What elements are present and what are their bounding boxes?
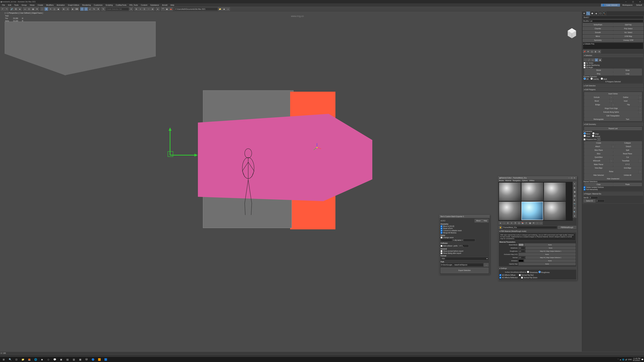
search-icon[interactable]: 🔍 <box>7 357 13 362</box>
maximize-button[interactable]: ▢ <box>630 1 636 3</box>
tab-hierarchy[interactable]: ⬢ <box>590 12 594 16</box>
material-editor-close[interactable]: ✕ <box>573 177 576 179</box>
normal-map-button[interactable]: Map #4 ( Map Output Selector ) <box>526 256 576 259</box>
bevel-settings-icon[interactable]: ▫ <box>610 99 613 103</box>
material-editor-button[interactable]: ● <box>156 7 160 11</box>
put-to-scene-icon[interactable]: → <box>502 221 506 225</box>
menu-file[interactable]: File <box>1 4 6 6</box>
mirror-mod-button[interactable]: Mirror <box>583 35 613 38</box>
redo-button[interactable]: ↷ <box>5 7 8 11</box>
batch-merge-checkbox[interactable] <box>440 232 442 234</box>
viewport-label[interactable]: [ + ] [ Perspective ] [ User Defined ] [… <box>5 12 43 14</box>
hinge-button[interactable]: Hinge From Edge <box>584 107 638 110</box>
edit-tri-button[interactable]: Edit Triangulation <box>584 114 642 117</box>
subobj-vertex-icon[interactable]: · <box>584 58 587 62</box>
constraint-normal-radio[interactable] <box>592 135 594 137</box>
matedit-menu-options[interactable]: Options <box>522 180 528 182</box>
grow-button[interactable]: Grow <box>613 69 642 72</box>
material-map-nav-icon[interactable]: ⬍ <box>573 214 576 218</box>
manipulate-button[interactable]: ◐ <box>71 7 75 11</box>
constraint-none-radio[interactable] <box>584 132 586 134</box>
tab-motion[interactable]: ◉ <box>594 12 598 16</box>
polyselect-button[interactable]: Poly Select <box>613 27 644 30</box>
hide-selected-button[interactable]: Hide Selected <box>584 173 613 177</box>
placement-button[interactable]: ◉ <box>56 7 60 11</box>
menu-rsi-tools[interactable]: RSI_Tools <box>128 4 139 6</box>
preview-subobj-radio[interactable] <box>590 78 593 80</box>
tray-date[interactable]: 9/13/2021 <box>633 359 640 361</box>
make-copy-icon[interactable]: ⧉ <box>514 221 517 225</box>
app9-icon[interactable]: 🟦 <box>103 357 109 362</box>
subobj-border-icon[interactable]: ▭ <box>591 58 594 62</box>
go-forward-icon[interactable]: → <box>539 221 543 225</box>
select-button[interactable]: ▭ <box>23 7 27 11</box>
layer-button[interactable]: ☰ <box>142 7 146 11</box>
menu-animation[interactable]: Animation <box>55 4 66 6</box>
make-unique-icon[interactable]: ◫ <box>590 50 594 53</box>
menu-substance[interactable]: Substance <box>149 4 160 6</box>
menu-arnold[interactable]: Arnold <box>161 4 169 6</box>
smooth-button[interactable]: Smooth <box>583 31 613 34</box>
pin-stack-icon[interactable]: 📌 <box>583 50 586 53</box>
assign-material-icon[interactable]: ⬇ <box>506 221 510 225</box>
subobj-element-icon[interactable]: ◼ <box>598 58 602 62</box>
angle-snap-button[interactable]: ∠ <box>88 7 92 11</box>
pbr-rollout-header[interactable]: ▾ PBR Material (Metal/Rough mode) <box>499 230 576 233</box>
viewport[interactable]: [ + ] [ Perspective ] [ User Defined ] [… <box>0 12 582 351</box>
grid-align-button[interactable]: Grid Align <box>613 166 642 169</box>
select-name-button[interactable]: ☰ <box>27 7 31 11</box>
render-button[interactable]: 🫖 <box>169 7 173 11</box>
metalness-map-button[interactable]: None <box>526 247 576 249</box>
backlight-icon[interactable]: ◐ <box>573 186 576 190</box>
make-unique-mat-icon[interactable]: ◫ <box>517 221 520 225</box>
ignore-backfacing-checkbox[interactable] <box>584 64 586 66</box>
preview-multi-radio[interactable] <box>601 78 603 80</box>
by-vertex-checkbox[interactable] <box>584 62 586 64</box>
slice-button[interactable]: Slice <box>584 152 613 155</box>
chamfer-button[interactable]: Chamfer <box>583 27 613 30</box>
keyboard-button[interactable]: ⌨ <box>75 7 79 11</box>
preview-off-radio[interactable] <box>584 78 586 80</box>
tray-network-icon[interactable]: 🌐 <box>622 359 624 360</box>
select-by-material-icon[interactable]: 🔍 <box>573 210 576 214</box>
copy-sel-button[interactable]: Copy <box>584 183 613 186</box>
albedo-swatch[interactable] <box>518 244 524 246</box>
menu-group[interactable]: Group <box>20 4 28 6</box>
menu-scripting[interactable]: Scripting <box>104 4 114 6</box>
pick-material-icon[interactable]: ✋ <box>499 226 502 229</box>
edit-selection-button[interactable]: ✎ <box>102 7 105 11</box>
app2-icon[interactable]: ◇ <box>45 357 51 362</box>
menu-customize[interactable]: Customize <box>92 4 104 6</box>
unlink-button[interactable]: ⛓ <box>14 7 18 11</box>
options-icon[interactable]: ⚙ <box>573 206 576 210</box>
batch-help-button[interactable]: Help <box>482 219 488 223</box>
menu-create[interactable]: Create <box>36 4 44 6</box>
app1-icon[interactable]: ◆ <box>39 357 45 362</box>
extrude-spline-settings-icon[interactable]: ▫ <box>638 110 642 114</box>
curve-editor-button[interactable]: 〰 <box>146 7 150 11</box>
app3-icon[interactable]: ▣ <box>58 357 64 362</box>
extrude-settings-icon[interactable]: ▫ <box>610 96 613 99</box>
select-object-button[interactable]: ⬚ <box>40 7 44 11</box>
minimize-button[interactable]: ─ <box>622 1 629 3</box>
batch-changename-checkbox[interactable] <box>440 237 442 238</box>
workspace-dropdown[interactable]: Workspaces <box>621 4 634 6</box>
view-align-button[interactable]: View Align <box>584 166 613 169</box>
volselect-button[interactable]: Vol. Select <box>613 31 644 34</box>
delete-isolated-checkbox[interactable] <box>584 186 586 188</box>
bevel-button[interactable]: Bevel <box>584 99 609 103</box>
firefox-icon[interactable]: 🦊 <box>26 357 32 362</box>
3dsmax-icon[interactable]: Ⓜ <box>84 357 90 362</box>
put-to-library-icon[interactable]: 📚 <box>521 221 524 225</box>
roughness-map-button[interactable]: Map #2 ( Map Output Selector ) <box>526 250 576 253</box>
modifier-stack[interactable]: ▸ Editable Poly <box>583 43 643 49</box>
selection-set-field[interactable] <box>106 8 129 11</box>
render-setup-button[interactable]: 🎬 <box>161 7 165 11</box>
menu-rendering[interactable]: Rendering <box>81 4 92 6</box>
modifier-list-dropdown[interactable]: Modifier List <box>583 20 643 23</box>
discord-icon[interactable]: 💬 <box>52 357 58 362</box>
menu-edit[interactable]: Edit <box>7 4 12 6</box>
batch-dialog-checkbox[interactable] <box>440 252 442 254</box>
roughness-input[interactable] <box>518 250 525 252</box>
batch-resetxform-checkbox[interactable] <box>440 228 442 229</box>
